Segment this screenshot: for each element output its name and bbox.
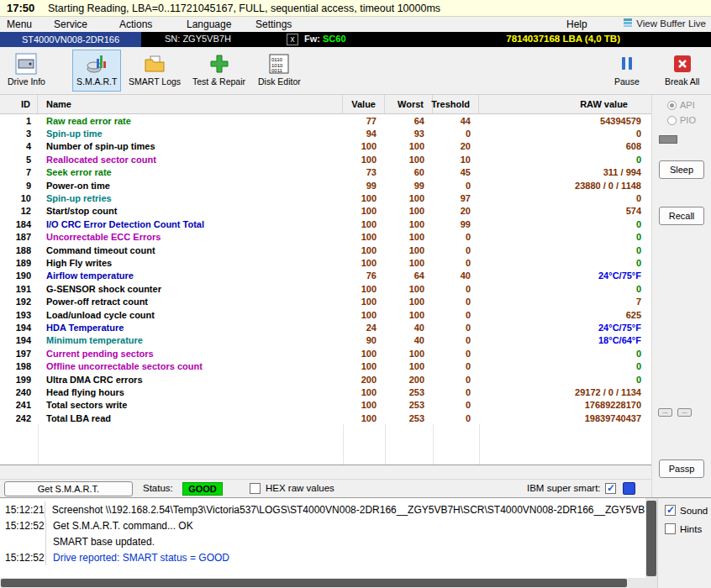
- col-header-value[interactable]: Value: [343, 95, 385, 113]
- disk-editor-button[interactable]: 011010100011 Disk Editor: [254, 50, 305, 92]
- sleep-button[interactable]: Sleep: [659, 160, 704, 179]
- log-area: 15:12:21Screenshot \\192.168.2.54\Temp3\…: [0, 497, 711, 588]
- log-horizontal-scrollbar[interactable]: [0, 578, 645, 588]
- smart-label: S.M.A.R.T: [76, 76, 117, 87]
- table-row[interactable]: 193Load/unload cycle count1001000625: [0, 308, 651, 321]
- table-row[interactable]: 194Minimum temperature9040018°C/64°F: [0, 334, 651, 347]
- drive-info-label: Drive Info: [8, 76, 45, 87]
- ibm-super-smart-checkbox[interactable]: [605, 483, 616, 494]
- smart-logs-label: SMART Logs: [129, 76, 181, 87]
- log-vertical-scrollbar[interactable]: [645, 498, 657, 588]
- tab-close-button[interactable]: x: [287, 34, 298, 45]
- menu-item-actions[interactable]: Actions: [119, 18, 152, 30]
- hints-checkbox[interactable]: [665, 523, 676, 534]
- col-header-name[interactable]: Name: [38, 95, 343, 113]
- passp-button[interactable]: Passp: [659, 459, 704, 478]
- menu-item-menu[interactable]: Menu: [7, 18, 32, 30]
- mini-indicator-right[interactable]: —: [677, 408, 692, 417]
- col-header-worst[interactable]: Worst: [385, 95, 433, 113]
- smart-button[interactable]: S.M.A.R.T: [72, 50, 121, 92]
- h-scroll-thumb[interactable]: [1, 579, 627, 587]
- table-row[interactable]: 12Start/stop count10010020574: [0, 205, 651, 218]
- table-row[interactable]: 4Number of spin-up times10010020608: [0, 140, 651, 153]
- table-row[interactable]: 184I/O CRC Error Detection Count Total10…: [0, 218, 651, 230]
- table-row[interactable]: 1Raw read error rate77644454394579: [0, 114, 651, 127]
- col-header-treshold[interactable]: Treshold: [433, 95, 479, 113]
- table-row[interactable]: 190Airflow temperature76644024°C/75°F: [0, 270, 651, 282]
- table-empty-area: [0, 424, 651, 465]
- col-header-raw[interactable]: RAW value: [479, 95, 651, 113]
- smart-status-badge: GOOD: [182, 482, 223, 496]
- firmware-value: SC60: [323, 34, 346, 44]
- table-row[interactable]: 240Head flying hours100253029172 / 0 / 1…: [0, 386, 651, 398]
- test-repair-icon: [208, 52, 230, 76]
- table-row[interactable]: 194HDA Temperature2440024°C/75°F: [0, 321, 651, 333]
- tab-drive-model[interactable]: ST4000VN008-2DR166: [0, 32, 141, 47]
- svg-text:0011: 0011: [271, 68, 283, 73]
- log-line: SMART base updated.: [0, 533, 645, 549]
- hints-label: Hints: [680, 524, 702, 534]
- table-row[interactable]: 199Ultra DMA CRC errors20020000: [0, 373, 651, 386]
- table-row[interactable]: 192Power-off retract count10010007: [0, 295, 651, 307]
- table-row[interactable]: 188Command timeout count10010000: [0, 244, 651, 256]
- pio-radio-circle[interactable]: [667, 116, 677, 125]
- smart-status-bar: Get S.M.A.R.T. Status: GOOD HEX raw valu…: [0, 479, 651, 497]
- disk-editor-label: Disk Editor: [258, 76, 301, 87]
- smart-table: ID Name Value Worst Treshold RAW value 1…: [0, 95, 651, 479]
- sound-option[interactable]: Sound: [665, 505, 708, 516]
- v-scroll-thumb[interactable]: [646, 501, 656, 576]
- mini-indicator-left[interactable]: —: [658, 408, 672, 417]
- table-row[interactable]: 9Power-on time9999023880 / 0 / 1148: [0, 179, 651, 192]
- get-smart-button[interactable]: Get S.M.A.R.T.: [4, 481, 133, 496]
- table-row[interactable]: 187Uncorrectable ECC Errors10010000: [0, 231, 651, 244]
- table-row[interactable]: 242Total LBA read100253019839740437: [0, 412, 651, 424]
- table-row[interactable]: 7Seek error rate736045311 / 994: [0, 166, 651, 179]
- recall-button[interactable]: Recall: [659, 207, 704, 225]
- table-row[interactable]: 5Reallocated sector count100100100: [0, 153, 651, 165]
- pio-radio-label: PIO: [680, 115, 696, 125]
- firmware-label: Fw: SC60: [304, 34, 346, 44]
- smart-logs-icon: [144, 52, 166, 76]
- log-line: 15:12:52Get S.M.A.R.T. command... OK: [0, 517, 645, 533]
- test-repair-button[interactable]: Test & Repair: [188, 50, 250, 92]
- status-bar: 17:50 Starting Reading, LBA=0..117210451…: [0, 0, 711, 17]
- break-all-icon: [673, 52, 692, 76]
- main-area: ID Name Value Worst Treshold RAW value 1…: [0, 95, 711, 497]
- victoria-window: 17:50 Starting Reading, LBA=0..117210451…: [0, 0, 711, 588]
- log-line: 15:12:52Drive reported: SMART status = G…: [0, 549, 645, 565]
- drive-info-icon: [15, 52, 37, 76]
- sound-checkbox[interactable]: [665, 505, 676, 516]
- ibm-super-smart-label: IBM super smart:: [527, 483, 601, 493]
- ibm-color-swatch[interactable]: [623, 482, 635, 495]
- table-row[interactable]: 241Total sectors write100253017689228170: [0, 399, 651, 412]
- pio-radio[interactable]: PIO: [667, 115, 696, 125]
- table-row[interactable]: 189High Fly writes10010000: [0, 256, 651, 269]
- table-row[interactable]: 3Spin-up time949300: [0, 127, 651, 139]
- drive-info-button[interactable]: Drive Info: [3, 50, 50, 92]
- table-row[interactable]: 198Offline uncorrectable sectors count10…: [0, 360, 651, 372]
- pause-button[interactable]: Pause: [610, 50, 644, 92]
- menu-item-help[interactable]: Help: [566, 18, 587, 30]
- view-buffer-live-button[interactable]: View Buffer Live: [623, 18, 706, 29]
- table-row[interactable]: 191G-SENSOR shock counter10010000: [0, 282, 651, 295]
- api-radio[interactable]: API: [667, 100, 695, 110]
- table-row[interactable]: 10Spin-up retries100100970: [0, 192, 651, 204]
- hex-raw-values-label: HEX raw values: [266, 483, 334, 493]
- hints-option[interactable]: Hints: [665, 523, 702, 534]
- smart-logs-button[interactable]: SMART Logs: [124, 50, 185, 92]
- menu-item-settings[interactable]: Settings: [255, 18, 292, 30]
- hex-raw-values-checkbox[interactable]: [250, 483, 261, 494]
- log-lines: 15:12:21Screenshot \\192.168.2.54\Temp3\…: [0, 498, 645, 578]
- api-radio-circle[interactable]: [667, 101, 677, 110]
- api-radio-label: API: [680, 100, 695, 110]
- table-row[interactable]: 197Current pending sectors10010000: [0, 347, 651, 360]
- pause-label: Pause: [614, 76, 640, 87]
- col-header-id[interactable]: ID: [0, 95, 38, 113]
- menu-item-service[interactable]: Service: [54, 18, 87, 30]
- smart-table-body: 1Raw read error rate776444543945793Spin-…: [0, 114, 651, 424]
- log-line: 15:12:21Screenshot \\192.168.2.54\Temp3\…: [0, 501, 645, 517]
- menu-item-language[interactable]: Language: [187, 18, 231, 30]
- break-all-button[interactable]: Break All: [661, 50, 703, 92]
- smart-icon: [86, 52, 108, 76]
- table-header[interactable]: ID Name Value Worst Treshold RAW value: [0, 95, 651, 114]
